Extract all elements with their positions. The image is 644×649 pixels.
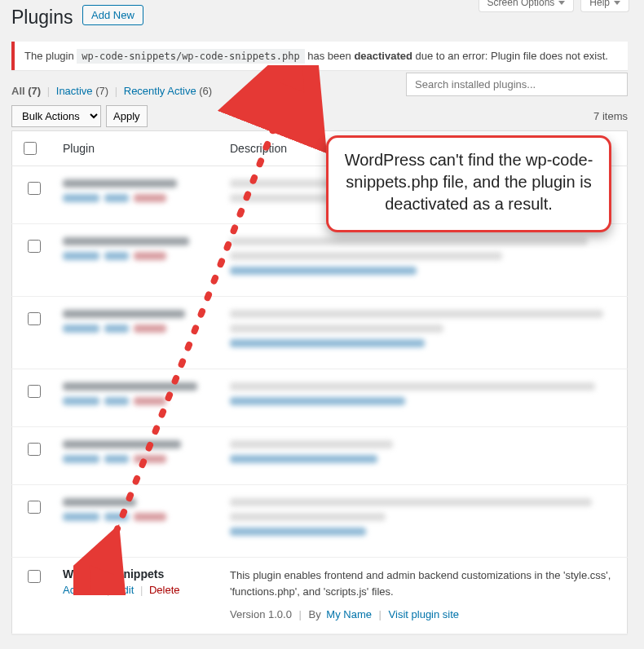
row-checkbox[interactable] xyxy=(28,182,41,195)
table-row xyxy=(12,369,628,427)
annotation-callout: WordPress can't find the wp-code-snippet… xyxy=(326,135,611,232)
filter-all[interactable]: All (7) xyxy=(11,85,41,97)
bulk-actions-select[interactable]: Bulk Actions xyxy=(11,105,101,127)
items-count: 7 items xyxy=(593,110,628,122)
table-row xyxy=(12,485,628,558)
plugin-name: WP Code Snippets xyxy=(63,567,164,581)
filter-inactive[interactable]: Inactive (7) xyxy=(56,85,108,97)
visit-plugin-site-link[interactable]: Visit plugin site xyxy=(389,608,459,620)
help-toggle[interactable]: Help xyxy=(580,0,629,12)
table-row xyxy=(12,297,628,369)
plugin-meta: Version 1.0.0 | By My Name | Visit plugi… xyxy=(230,608,619,620)
table-row xyxy=(12,224,628,297)
row-checkbox[interactable] xyxy=(28,312,41,325)
help-label: Help xyxy=(589,0,610,8)
table-row-wp-code-snippets: WP Code Snippets Activate | Edit | Delet… xyxy=(12,558,628,634)
page-title: Plugins xyxy=(11,7,73,29)
chevron-down-icon xyxy=(558,1,565,5)
filter-recently-active[interactable]: Recently Active (6) xyxy=(124,85,212,97)
search-input[interactable] xyxy=(406,73,628,96)
screen-options-label: Screen Options xyxy=(487,0,555,8)
row-checkbox[interactable] xyxy=(28,240,41,253)
edit-link[interactable]: Edit xyxy=(116,584,134,596)
chevron-down-icon xyxy=(614,1,620,5)
notice-strong: deactivated xyxy=(354,50,412,62)
notice-code: wp-code-snippets/wp-code-snippets.php xyxy=(77,49,304,64)
screen-options-toggle[interactable]: Screen Options xyxy=(479,0,575,12)
notice-mid: has been xyxy=(307,50,354,62)
error-notice: The plugin wp-code-snippets/wp-code-snip… xyxy=(11,42,628,70)
notice-pre: The plugin xyxy=(24,50,77,62)
apply-button[interactable]: Apply xyxy=(106,105,148,127)
author-link[interactable]: My Name xyxy=(326,608,372,620)
column-plugin[interactable]: Plugin xyxy=(55,131,222,166)
row-checkbox[interactable] xyxy=(28,443,41,456)
notice-post: due to an error: Plugin file does not ex… xyxy=(416,50,608,62)
plugin-description: This plugin enables frontend and admin b… xyxy=(230,567,619,600)
table-row xyxy=(12,427,628,485)
activate-link[interactable]: Activate xyxy=(63,584,100,596)
row-checkbox[interactable] xyxy=(28,385,41,398)
add-new-button[interactable]: Add New xyxy=(82,5,143,25)
delete-link[interactable]: Delete xyxy=(149,584,180,596)
select-all-checkbox[interactable] xyxy=(24,142,37,155)
row-checkbox[interactable] xyxy=(28,501,41,514)
row-checkbox[interactable] xyxy=(28,570,41,583)
